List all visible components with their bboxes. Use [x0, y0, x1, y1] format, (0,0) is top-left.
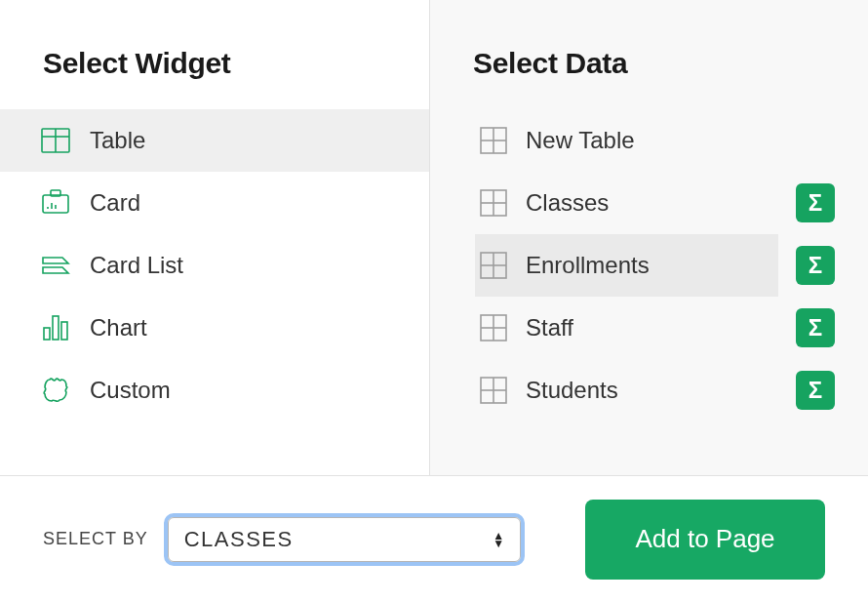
grid-icon	[479, 376, 508, 405]
custom-icon	[39, 374, 72, 407]
sigma-icon[interactable]: Σ	[796, 183, 835, 222]
data-item-label: New Table	[526, 127, 635, 154]
sigma-icon[interactable]: Σ	[796, 308, 835, 347]
widget-item-table[interactable]: Table	[0, 109, 429, 172]
widget-list: Table Card Card List	[0, 109, 429, 421]
data-item-classes[interactable]: Classes	[475, 172, 778, 234]
sigma-icon[interactable]: Σ	[796, 371, 835, 410]
data-panel-title: Select Data	[430, 0, 868, 109]
data-item-new-table[interactable]: New Table	[475, 109, 868, 172]
widget-item-card[interactable]: Card	[0, 172, 429, 234]
table-icon	[39, 124, 72, 157]
data-list: New Table Classes Σ	[430, 109, 868, 421]
grid-icon	[479, 126, 508, 155]
widget-item-card-list[interactable]: Card List	[0, 234, 429, 297]
grid-icon	[479, 188, 508, 218]
svg-rect-3	[43, 195, 68, 213]
data-item-label: Staff	[526, 314, 573, 341]
svg-rect-9	[53, 316, 59, 340]
dropdown-caret-icon: ▲▼	[493, 532, 505, 547]
data-panel: Select Data New Table Cla	[429, 0, 868, 475]
svg-rect-10	[61, 322, 67, 340]
chart-icon	[39, 311, 72, 344]
widget-item-custom[interactable]: Custom	[0, 359, 429, 421]
widget-item-chart[interactable]: Chart	[0, 297, 429, 359]
footer: SELECT BY CLASSES ▲▼ Add to Page	[0, 475, 868, 602]
widget-item-label: Chart	[90, 314, 147, 341]
widget-item-label: Card	[90, 189, 140, 217]
card-list-icon	[39, 249, 72, 282]
data-item-students[interactable]: Students	[475, 359, 778, 421]
data-item-label: Enrollments	[526, 252, 650, 279]
widget-panel: Select Widget Table Card	[0, 0, 429, 475]
data-item-enrollments[interactable]: Enrollments	[475, 234, 778, 297]
grid-icon	[479, 251, 508, 280]
widget-item-label: Card List	[90, 252, 183, 279]
sigma-icon[interactable]: Σ	[796, 246, 835, 285]
widget-panel-title: Select Widget	[0, 0, 429, 109]
widget-item-label: Table	[90, 127, 145, 154]
data-item-label: Classes	[526, 189, 609, 217]
grid-icon	[479, 313, 508, 342]
card-icon	[39, 186, 72, 220]
widget-item-label: Custom	[90, 377, 171, 404]
select-by-label: SELECT BY	[43, 529, 148, 549]
add-to-page-button[interactable]: Add to Page	[585, 500, 825, 580]
select-by-value: CLASSES	[184, 527, 294, 552]
data-item-staff[interactable]: Staff	[475, 297, 778, 359]
data-item-label: Students	[526, 377, 618, 404]
select-by-dropdown[interactable]: CLASSES ▲▼	[164, 513, 525, 566]
svg-rect-8	[44, 328, 50, 340]
